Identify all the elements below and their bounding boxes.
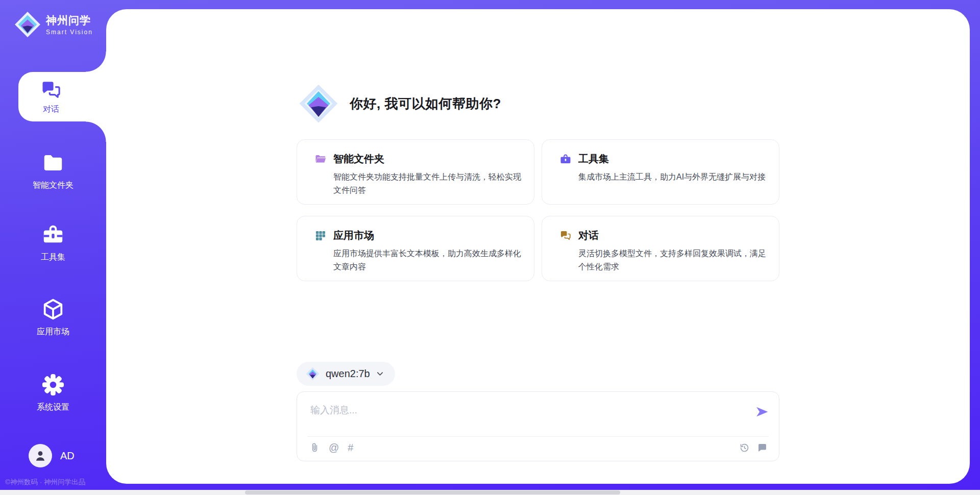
card-title: 应用市场	[333, 229, 374, 242]
brand-logo: 神州问学 Smart Vision	[14, 11, 93, 38]
folder-icon	[41, 151, 65, 175]
mention-icon[interactable]: @	[329, 442, 339, 453]
card-title: 智能文件夹	[333, 152, 384, 166]
main-panel: 你好, 我可以如何帮助你? 智能文件夹 智能文件夹功能支持批量文件上传与清洗，轻…	[106, 9, 970, 484]
user-profile[interactable]: AD	[29, 444, 75, 467]
feature-cards: 智能文件夹 智能文件夹功能支持批量文件上传与清洗，轻松实现文件问答 工具集 集成…	[297, 139, 779, 281]
chat-bubble-icon[interactable]	[757, 442, 768, 453]
user-name: AD	[60, 450, 75, 462]
model-name: qwen2:7b	[326, 368, 370, 380]
toolbox-icon	[559, 153, 572, 165]
brand-title: 神州问学	[46, 13, 93, 28]
avatar	[29, 444, 52, 467]
attach-file-icon[interactable]	[309, 442, 320, 453]
card-chat[interactable]: 对话 灵活切换多模型文件，支持多样回复效果调试，满足个性化需求	[542, 216, 779, 281]
sidebar-footer-copyright: ©神州数码 · 神州问学出品	[5, 478, 85, 487]
toolbox-icon	[41, 223, 65, 246]
logo-diamond-icon	[299, 84, 338, 123]
gear-icon	[41, 373, 65, 397]
grid-icon	[314, 230, 327, 242]
person-icon	[34, 449, 47, 462]
greeting-text: 你好, 我可以如何帮助你?	[350, 95, 501, 113]
send-icon	[755, 405, 769, 418]
logo-diamond-icon	[306, 367, 320, 381]
sidebar-item-label: 系统设置	[0, 402, 106, 413]
horizontal-scrollbar	[0, 490, 980, 495]
card-title: 对话	[578, 229, 599, 242]
sidebar-item-label: 对话	[43, 104, 59, 115]
card-title: 工具集	[578, 152, 609, 166]
card-app-market[interactable]: 应用市场 应用市场提供丰富长文本模板，助力高效生成多样化文章内容	[297, 216, 534, 281]
sidebar-item-chat[interactable]: 对话	[18, 72, 106, 121]
message-input[interactable]	[310, 400, 743, 420]
sidebar-item-smart-folder[interactable]: 智能文件夹	[0, 151, 106, 191]
sidebar-item-settings[interactable]: 系统设置	[0, 373, 106, 413]
card-description: 智能文件夹功能支持批量文件上传与清洗，轻松实现文件问答	[333, 170, 526, 196]
sidebar-item-toolset[interactable]: 工具集	[0, 223, 106, 263]
sidebar-item-app-market[interactable]: 应用市场	[0, 298, 106, 337]
card-description: 应用市场提供丰富长文本模板，助力高效生成多样化文章内容	[333, 247, 526, 273]
chat-bubbles-icon	[40, 79, 62, 102]
sidebar: 神州问学 Smart Vision 对话 智能文件夹 工具集	[0, 0, 106, 495]
composer-divider	[307, 436, 769, 437]
greeting: 你好, 我可以如何帮助你?	[299, 9, 779, 123]
sidebar-item-label: 智能文件夹	[0, 180, 106, 191]
card-description: 灵活切换多模型文件，支持多样回复效果调试，满足个性化需求	[578, 247, 771, 273]
logo-diamond-icon	[14, 11, 41, 38]
history-icon[interactable]	[739, 442, 750, 453]
sidebar-item-label: 工具集	[0, 252, 106, 263]
model-selector[interactable]: qwen2:7b	[297, 362, 395, 386]
chat-bubbles-icon	[559, 230, 572, 242]
brand-subtitle: Smart Vision	[46, 29, 93, 36]
sidebar-item-label: 应用市场	[0, 327, 106, 337]
folder-open-icon	[314, 153, 327, 165]
scrollbar-thumb[interactable]	[245, 490, 620, 494]
card-smart-folder[interactable]: 智能文件夹 智能文件夹功能支持批量文件上传与清洗，轻松实现文件问答	[297, 139, 534, 205]
cube-icon	[41, 298, 65, 321]
card-toolset[interactable]: 工具集 集成市场上主流工具，助力AI与外界无缝扩展与对接	[542, 139, 779, 205]
chevron-down-icon	[376, 370, 384, 378]
send-button[interactable]	[755, 405, 769, 418]
hashtag-icon[interactable]: #	[348, 442, 353, 453]
composer-area: qwen2:7b	[297, 362, 779, 461]
card-description: 集成市场上主流工具，助力AI与外界无缝扩展与对接	[578, 170, 771, 184]
message-composer: @ #	[297, 391, 779, 461]
